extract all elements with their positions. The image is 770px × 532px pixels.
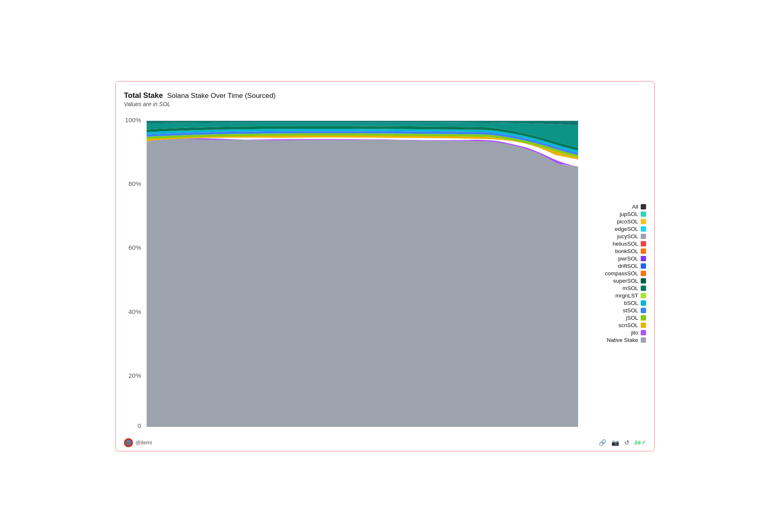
legend-swatch xyxy=(641,271,646,276)
legend-label: driftSOL xyxy=(618,263,638,269)
svg-text:Oct 2023: Oct 2023 xyxy=(451,432,477,433)
legend-swatch xyxy=(641,308,646,313)
footer-left: 🌐 @ilemi xyxy=(124,438,152,447)
legend-swatch xyxy=(641,286,646,291)
footer-right: 🔗 📷 ↺ 2d ✓ xyxy=(599,439,646,446)
legend-swatch xyxy=(641,249,646,254)
legend-label: jucySOL xyxy=(617,233,638,239)
legend-label: All xyxy=(632,204,638,210)
legend-item: stSOL xyxy=(586,307,646,314)
chart-title-normal: Solana Stake Over Time (Sourced) xyxy=(167,92,276,100)
legend-swatch xyxy=(641,211,646,217)
legend-swatch xyxy=(641,263,646,269)
legend-label: Native Stake xyxy=(607,337,638,343)
camera-icon[interactable]: 📷 xyxy=(611,439,619,446)
legend-label: jupSOL xyxy=(620,211,638,217)
legend-item: jupSOL xyxy=(586,211,646,217)
legend-label: heliusSOL xyxy=(613,241,638,247)
legend-label: mSOL xyxy=(623,285,638,291)
undo-icon[interactable]: ↺ xyxy=(624,439,630,446)
legend-item: picoSOL xyxy=(586,218,646,225)
legend-area: AlljupSOLpicoSOLedgeSOLjucySOLheliusSOLb… xyxy=(578,114,646,433)
svg-text:Oct 2022: Oct 2022 xyxy=(299,432,325,433)
link-icon[interactable]: 🔗 xyxy=(599,439,607,446)
legend-item: jito xyxy=(586,330,646,336)
legend-swatch xyxy=(641,204,646,209)
native-stake-area xyxy=(147,138,578,426)
legend-label: compassSOL xyxy=(605,270,638,276)
legend-item: jSOL xyxy=(586,315,646,321)
check-icon: ✓ xyxy=(642,439,646,446)
svg-text:Oct 2021: Oct 2021 xyxy=(147,432,173,433)
legend-item: driftSOL xyxy=(586,263,646,269)
legend-swatch xyxy=(641,337,646,343)
legend-swatch xyxy=(641,300,646,306)
legend-item: jucySOL xyxy=(586,233,646,239)
legend-swatch xyxy=(641,226,646,232)
legend-item: bonkSOL xyxy=(586,248,646,254)
svg-text:40%: 40% xyxy=(128,308,141,315)
svg-text:Apr 2023: Apr 2023 xyxy=(375,432,401,433)
svg-text:Apr 2022: Apr 2022 xyxy=(223,432,249,433)
legend-label: bSOL xyxy=(624,300,638,306)
legend-label: scnSOL xyxy=(618,322,638,328)
chart-body: 100% 80% 60% 40% 20% 0 xyxy=(124,114,646,433)
footer-avatar: 🌐 xyxy=(124,438,133,447)
legend-label: stSOL xyxy=(623,307,638,314)
legend-item: mrgnLST xyxy=(586,293,646,299)
legend-swatch xyxy=(641,323,646,328)
legend-item: All xyxy=(586,204,646,210)
legend-item: bSOL xyxy=(586,300,646,306)
legend-label: bonkSOL xyxy=(615,248,638,254)
legend-label: pwrSOL xyxy=(618,256,638,262)
chart-svg: 100% 80% 60% 40% 20% 0 xyxy=(124,114,578,433)
legend-swatch xyxy=(641,234,646,239)
legend-item: superSOL xyxy=(586,278,646,284)
legend-item: heliusSOL xyxy=(586,241,646,247)
legend-item: Native Stake xyxy=(586,337,646,343)
legend-swatch xyxy=(641,278,646,283)
svg-text:100%: 100% xyxy=(125,116,141,123)
legend-item: mSOL xyxy=(586,285,646,291)
footer-username: @ilemi xyxy=(135,439,152,446)
legend-label: jito xyxy=(631,330,638,336)
legend-label: mrgnLST xyxy=(615,293,638,299)
chart-container: Total Stake Solana Stake Over Time (Sour… xyxy=(115,81,655,451)
legend-label: edgeSOL xyxy=(615,226,638,232)
legend-item: pwrSOL xyxy=(586,256,646,262)
svg-text:20%: 20% xyxy=(128,372,141,379)
legend-item: edgeSOL xyxy=(586,226,646,232)
legend-swatch xyxy=(641,256,646,261)
legend-item: compassSOL xyxy=(586,270,646,276)
svg-text:60%: 60% xyxy=(128,244,141,251)
footer-badge: 2d ✓ xyxy=(635,439,646,446)
chart-subtitle: Values are in SOL xyxy=(124,101,646,107)
chart-footer: 🌐 @ilemi 🔗 📷 ↺ 2d ✓ xyxy=(124,437,646,447)
legend-label: jSOL xyxy=(626,315,638,321)
legend-swatch xyxy=(641,241,646,246)
legend-swatch xyxy=(641,330,646,335)
svg-text:80%: 80% xyxy=(128,180,141,187)
svg-text:0: 0 xyxy=(138,422,141,429)
legend-label: superSOL xyxy=(613,278,638,284)
chart-header: Total Stake Solana Stake Over Time (Sour… xyxy=(124,91,646,107)
chart-title-bold: Total Stake xyxy=(124,91,163,100)
legend-label: picoSOL xyxy=(617,218,638,225)
legend-item: scnSOL xyxy=(586,322,646,328)
svg-text:Apr 2024: Apr 2024 xyxy=(527,432,553,433)
legend-swatch xyxy=(641,315,646,321)
chart-svg-wrapper: 100% 80% 60% 40% 20% 0 xyxy=(124,114,578,433)
legend-swatch xyxy=(641,219,646,224)
chart-area: 100% 80% 60% 40% 20% 0 xyxy=(124,114,578,433)
legend-swatch xyxy=(641,293,646,298)
